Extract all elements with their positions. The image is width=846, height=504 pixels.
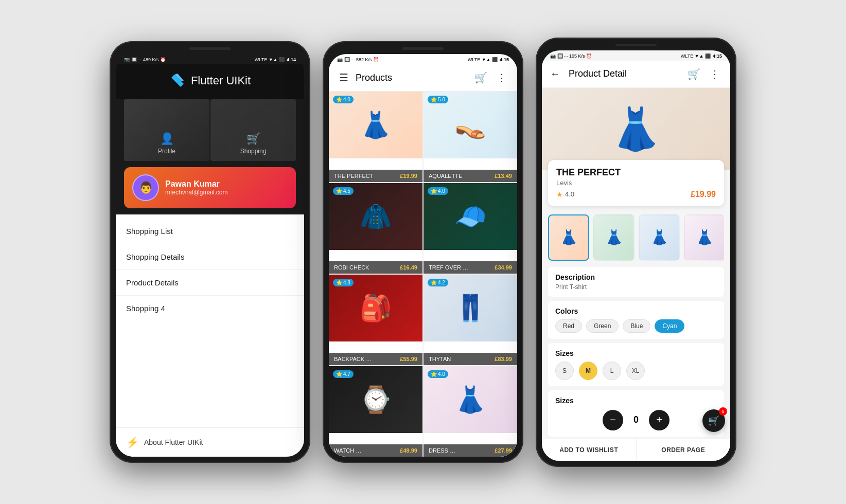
status-left-2: 📷 🔲 ··· 582 K/s ⏰ [337, 57, 379, 62]
back-icon[interactable]: ← [550, 68, 560, 80]
menu-item-shopping-list[interactable]: Shopping List [116, 219, 304, 244]
shopping-icon: 🛒 [246, 132, 260, 146]
product-card-6[interactable]: ⌚ ⭐ 4.7 WATCH … £49.99 [329, 366, 422, 457]
shopping-label: Shopping [240, 148, 267, 155]
thumbnail-row: 👗 👗 👗 👗 [548, 214, 724, 261]
thumb-2[interactable]: 👗 [639, 214, 680, 261]
product-price-2: £16.49 [400, 264, 417, 271]
rating-badge-7: ⭐ 4.0 [428, 370, 448, 378]
detail-hero: 👗 [542, 88, 730, 170]
product-price-6: £49.99 [400, 447, 417, 454]
cart-icon-detail[interactable]: 🛒 [685, 66, 702, 82]
product-card-5[interactable]: 👖 ⭐ 4.2 THYTAN £83.99 [424, 275, 517, 365]
menu-item-product-details[interactable]: Product Details [116, 270, 304, 296]
color-row: Red Green Blue Cyan [555, 319, 717, 333]
product-card-4[interactable]: 🎒 ⭐ 4.8 BACKPACK … £55.99 [329, 275, 422, 365]
detail-price: £19.99 [691, 190, 716, 199]
product-price-1: £13.49 [495, 173, 512, 179]
rating-badge-2: ⭐ 4.5 [333, 187, 354, 195]
hamburger-icon[interactable]: ☰ [337, 69, 350, 86]
app-header: Flutter UIKit [116, 64, 304, 99]
decrement-button[interactable]: − [603, 410, 623, 430]
star-icon: ★ [556, 190, 563, 199]
product-footer-0: THE PERFECT £19.99 [329, 170, 422, 182]
quantity-row: − 0 + [555, 410, 717, 430]
color-green[interactable]: Green [586, 319, 619, 333]
color-cyan[interactable]: Cyan [655, 319, 684, 333]
size-row: S M L XL [555, 362, 717, 380]
flutter-logo-icon [169, 73, 186, 89]
product-name-6: WATCH … [334, 447, 361, 454]
status-right-1: WLTE ▼▲ ⬛ 4:14 [255, 57, 296, 62]
product-price-5: £83.99 [495, 356, 512, 362]
rating-badge-0: ⭐ 4.0 [333, 96, 354, 103]
quantity-value: 0 [633, 415, 639, 425]
colors-section: Colors Red Green Blue Cyan [548, 301, 724, 339]
menu-item-shopping-4[interactable]: Shopping 4 [116, 296, 304, 321]
product-name-2: ROBI CHECK [334, 264, 369, 271]
status-left-3: 📷 🔲 ··· 105 K/s ⏰ [550, 53, 592, 59]
size-xl[interactable]: XL [626, 362, 645, 380]
size-l[interactable]: L [603, 362, 621, 380]
product-name-0: THE PERFECT [334, 173, 373, 179]
sizes-title: Sizes [555, 349, 717, 357]
product-price-7: £27.99 [495, 447, 512, 454]
add-wishlist-button[interactable]: ADD TO WISHLIST [542, 439, 636, 461]
product-price-3: £34.99 [495, 264, 512, 271]
status-bar-2: 📷 🔲 ··· 582 K/s ⏰ WLTE ▼▲ ⬛ 4:15 [329, 54, 517, 64]
detail-brand: Levis [556, 179, 716, 187]
product-card-1[interactable]: 👡 ⭐ 5.0 AQUALETTE £13.49 [424, 92, 517, 182]
product-footer-5: THYTAN £83.99 [424, 353, 517, 365]
product-card-2[interactable]: 🧥 ⭐ 4.5 ROBI CHECK £16.49 [329, 183, 422, 274]
more-icon[interactable]: ⋮ [495, 69, 509, 86]
order-page-button[interactable]: ORDER PAGE [636, 439, 731, 461]
user-card: 👨 Pawan Kumar mtechviral@gmail.com [124, 167, 296, 208]
product-name-4: BACKPACK … [334, 356, 372, 362]
product-footer-7: DRESS … £27.99 [424, 444, 517, 457]
product-card-7[interactable]: 👗 ⭐ 4.0 DRESS … £27.99 [424, 366, 517, 457]
thumb-0[interactable]: 👗 [548, 214, 589, 261]
description-text: Print T-shirt [555, 283, 717, 291]
profile-tile[interactable]: 👤 Profile [124, 99, 209, 161]
product-footer-3: TREF OVER … £34.99 [424, 261, 517, 274]
status-right-2: WLTE ▼▲ ⬛ 4:15 [468, 57, 509, 62]
size-m[interactable]: M [579, 362, 597, 380]
phone-3: 📷 🔲 ··· 105 K/s ⏰ WLTE ▼▲ ⬛ 4:15 ← Produ… [536, 38, 736, 467]
user-info: Pawan Kumar mtechviral@gmail.com [165, 179, 228, 196]
rating-badge-4: ⭐ 4.8 [333, 279, 354, 286]
phone-2: 📷 🔲 ··· 582 K/s ⏰ WLTE ▼▲ ⬛ 4:15 ☰ Produ… [323, 41, 523, 463]
colors-title: Colors [555, 307, 717, 315]
description-section: Description Print T-shirt [548, 267, 724, 297]
increment-button[interactable]: + [649, 410, 669, 430]
detail-product-name: THE PERFECT [556, 167, 716, 178]
quantity-title: Sizes [555, 397, 717, 405]
product-card-3[interactable]: 🧢 ⭐ 4.0 TREF OVER … £34.99 [424, 183, 517, 274]
cart-icon[interactable]: 🛒 [472, 69, 489, 86]
color-blue[interactable]: Blue [623, 319, 650, 333]
cart-fab[interactable]: 🛒 5 [702, 409, 725, 432]
about-logo-icon: ⚡ [126, 436, 139, 448]
product-detail-screen: 📷 🔲 ··· 105 K/s ⏰ WLTE ▼▲ ⬛ 4:15 ← Produ… [542, 50, 730, 461]
products-title: Products [356, 73, 467, 83]
sizes-section: Sizes S M L XL [548, 343, 724, 386]
thumb-1[interactable]: 👗 [593, 214, 634, 261]
rating-badge-6: ⭐ 4.7 [333, 370, 354, 378]
about-section[interactable]: ⚡ About Flutter UIKit [116, 427, 304, 457]
product-footer-1: AQUALETTE £13.49 [424, 170, 517, 182]
shopping-tile[interactable]: 🛒 Shopping [210, 99, 296, 161]
product-card-0[interactable]: 👗 ⭐ 4.0 THE PERFECT £19.99 [329, 92, 422, 182]
menu-item-shopping-details[interactable]: Shopping Details [116, 244, 304, 270]
rating-value: 4.0 [565, 190, 574, 198]
product-footer-4: BACKPACK … £55.99 [329, 353, 422, 365]
size-s[interactable]: S [555, 362, 574, 380]
app-title: Flutter UIKit [191, 74, 251, 87]
more-icon-detail[interactable]: ⋮ [708, 66, 722, 82]
thumb-3[interactable]: 👗 [684, 214, 724, 261]
rating-badge-1: ⭐ 5.0 [428, 96, 448, 103]
product-price-0: £19.99 [400, 173, 417, 179]
detail-app-bar: ← Product Detail 🛒 ⋮ [542, 61, 730, 88]
detail-info-card: THE PERFECT Levis ★ 4.0 £19.99 [548, 160, 724, 206]
color-red[interactable]: Red [555, 319, 582, 333]
status-right-3: WLTE ▼▲ ⬛ 4:15 [681, 53, 722, 59]
user-email: mtechviral@gmail.com [165, 189, 228, 196]
